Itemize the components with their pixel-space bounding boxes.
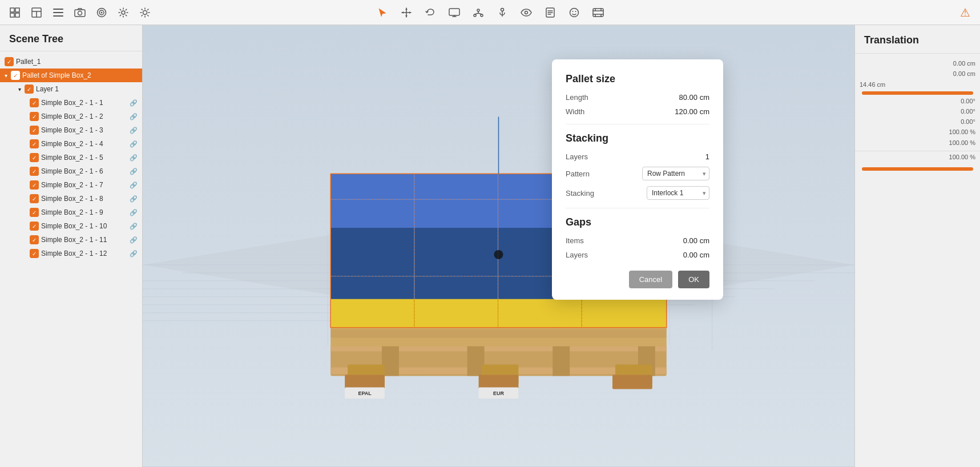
checkbox-box10[interactable]: ✓: [30, 222, 39, 231]
layout-icon[interactable]: [29, 5, 45, 21]
checkbox-box5[interactable]: ✓: [30, 153, 39, 162]
display-icon[interactable]: [446, 5, 462, 21]
ok-button[interactable]: OK: [678, 271, 709, 288]
checkbox-pallet1[interactable]: ✓: [5, 57, 14, 66]
scene-tree-header: Scene Tree: [0, 25, 142, 51]
tree-item-box4[interactable]: ✓ Simple Box_2 - 1 - 4 🔗: [0, 137, 142, 151]
tree-item-box6[interactable]: ✓ Simple Box_2 - 1 - 6 🔗: [0, 164, 142, 178]
tree-item-box10[interactable]: ✓ Simple Box_2 - 1 - 10 🔗: [0, 219, 142, 233]
svg-point-14: [101, 11, 103, 13]
scale-y-value: 100.00 %: [949, 139, 975, 146]
width-value: 120.00 cm: [675, 107, 709, 116]
sun-icon[interactable]: [137, 5, 153, 21]
tree-item-box5[interactable]: ✓ Simple Box_2 - 1 - 5 🔗: [0, 151, 142, 164]
link-icon-box9: 🔗: [130, 209, 138, 216]
face-icon[interactable]: [566, 5, 582, 21]
gaps-title: Gaps: [566, 216, 709, 228]
move-icon[interactable]: [398, 5, 414, 21]
scale-z-row: 100.00 %: [855, 151, 980, 163]
z-slider-bar[interactable]: [862, 91, 973, 95]
link-icon-box2: 🔗: [130, 113, 138, 120]
checkbox-box2[interactable]: ✓: [30, 112, 39, 121]
layers-label: Layers: [566, 152, 588, 161]
tree-item-pallet1[interactable]: ✓ Pallet_1: [0, 55, 142, 69]
right-panel-content: 0.00 cm 0.00 cm 14.46 cm 0.00° 0.00° 0.0…: [855, 54, 980, 467]
tree-item-pallet2[interactable]: ▾ ✓ Pallet of Simple Box_2: [0, 69, 142, 82]
checkbox-box1[interactable]: ✓: [30, 98, 39, 107]
rotation-x-value: 0.00°: [961, 98, 975, 104]
checkbox-box11[interactable]: ✓: [30, 235, 39, 244]
tree-label-box4: Simple Box_2 - 1 - 4: [41, 140, 125, 148]
eye-icon[interactable]: [518, 5, 534, 21]
tree-label-box11: Simple Box_2 - 1 - 11: [41, 236, 125, 244]
stacking-select-wrapper[interactable]: Interlock 1 Interlock 2 None: [647, 186, 709, 200]
scale-y-row: 100.00 %: [855, 137, 980, 148]
settings-icon[interactable]: [115, 5, 131, 21]
tree-item-box8[interactable]: ✓ Simple Box_2 - 1 - 8 🔗: [0, 192, 142, 206]
tree-item-layer1[interactable]: ▾ ✓ Layer 1: [0, 82, 142, 96]
pallet-size-title: Pallet size: [566, 73, 709, 85]
checkbox-box7[interactable]: ✓: [30, 180, 39, 190]
svg-point-26: [575, 11, 576, 12]
note-icon[interactable]: [542, 5, 558, 21]
checkbox-box4[interactable]: ✓: [30, 139, 39, 148]
cancel-button[interactable]: Cancel: [629, 271, 672, 288]
pattern-row: Pattern Row Pattern Column Pattern Brick…: [566, 167, 709, 180]
divider2: [566, 208, 709, 208]
scene-tree-panel: Scene Tree ✓ Pallet_1 ▾ ✓ Pallet of Simp…: [0, 25, 143, 467]
length-value: 80.00 cm: [679, 93, 709, 102]
film-icon[interactable]: [590, 5, 606, 21]
anchor-icon[interactable]: [494, 5, 510, 21]
stacking-select[interactable]: Interlock 1 Interlock 2 None: [647, 186, 709, 200]
svg-text:EUR: EUR: [493, 390, 504, 396]
rotation-y-row: 0.00°: [855, 106, 980, 116]
grid-icon[interactable]: [7, 5, 23, 21]
checkbox-box3[interactable]: ✓: [30, 126, 39, 135]
pattern-select-wrapper[interactable]: Row Pattern Column Pattern Brick Pattern: [642, 167, 709, 180]
translation-y-value: 0.00 cm: [953, 70, 975, 77]
gaps-layers-row: Layers 0.00 cm: [566, 251, 709, 259]
checkbox-box6[interactable]: ✓: [30, 167, 39, 176]
layers-row: Layers 1: [566, 152, 709, 161]
tree-item-box9[interactable]: ✓ Simple Box_2 - 1 - 9 🔗: [0, 206, 142, 219]
tree-item-box11[interactable]: ✓ Simple Box_2 - 1 - 11 🔗: [0, 233, 142, 247]
svg-point-24: [570, 8, 578, 17]
link-icon-box11: 🔗: [130, 236, 138, 244]
tree-item-box2[interactable]: ✓ Simple Box_2 - 1 - 2 🔗: [0, 110, 142, 123]
tree-item-box12[interactable]: ✓ Simple Box_2 - 1 - 12 🔗: [0, 247, 142, 260]
pattern-select[interactable]: Row Pattern Column Pattern Brick Pattern: [642, 167, 709, 180]
expand-arrow-pallet2: ▾: [5, 73, 7, 79]
link-icon-box5: 🔗: [130, 154, 138, 162]
length-row: Length 80.00 cm: [566, 93, 709, 102]
camera-icon[interactable]: [72, 5, 88, 21]
link-icon-box8: 🔗: [130, 195, 138, 203]
nodes-icon[interactable]: [470, 5, 486, 21]
tree-label-pallet1: Pallet_1: [16, 58, 138, 66]
pattern-label: Pattern: [566, 170, 590, 178]
pallet-dialog: Pallet size Length 80.00 cm Width 120.00…: [552, 59, 723, 300]
checkbox-pallet2[interactable]: ✓: [11, 71, 20, 80]
tree-item-box3[interactable]: ✓ Simple Box_2 - 1 - 3 🔗: [0, 123, 142, 137]
checkbox-box12[interactable]: ✓: [30, 249, 39, 258]
width-row: Width 120.00 cm: [566, 107, 709, 116]
menu-icon[interactable]: [50, 5, 66, 21]
scene-svg: EUR EPAL: [143, 25, 854, 467]
viewport[interactable]: EUR EPAL: [143, 25, 854, 467]
svg-rect-9: [53, 15, 63, 17]
warning-icon[interactable]: ⚠: [957, 5, 973, 21]
undo-icon[interactable]: [422, 5, 438, 21]
toolbar-left: [7, 5, 153, 21]
tree-item-box7[interactable]: ✓ Simple Box_2 - 1 - 7 🔗: [0, 178, 142, 192]
translation-z-value: 14.46 cm: [860, 81, 885, 88]
tree-item-box1[interactable]: ✓ Simple Box_2 - 1 - 1 🔗: [0, 96, 142, 110]
tree-label-box7: Simple Box_2 - 1 - 7: [41, 181, 125, 189]
cursor-icon[interactable]: [374, 5, 390, 21]
dialog-buttons: Cancel OK: [566, 271, 709, 288]
checkbox-layer1[interactable]: ✓: [25, 84, 34, 94]
target-icon[interactable]: [94, 5, 110, 21]
checkbox-box8[interactable]: ✓: [30, 194, 39, 203]
link-icon-box1: 🔗: [130, 99, 138, 107]
svg-rect-17: [449, 9, 459, 15]
svg-point-90: [494, 250, 503, 259]
checkbox-box9[interactable]: ✓: [30, 208, 39, 217]
